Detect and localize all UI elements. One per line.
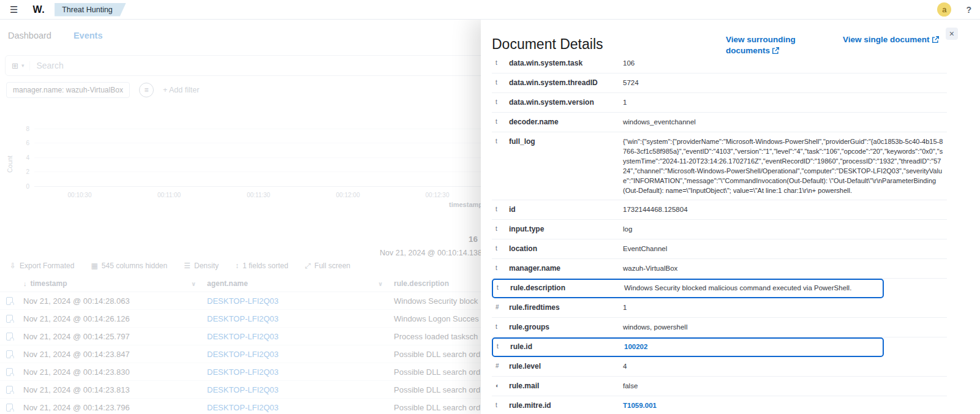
y-tick: 2 <box>18 168 29 175</box>
field-type-icon: t <box>496 244 509 254</box>
field-type-icon: ◐ <box>496 381 509 391</box>
sort-fields-button[interactable]: ↕ 1 fields sorted <box>235 262 288 270</box>
cell-expand <box>0 315 18 323</box>
document-field-row: # rule.level 4 <box>492 357 947 377</box>
cell-timestamp: Nov 21, 2024 @ 00:14:23.830 <box>18 367 202 377</box>
cell-expand <box>0 350 18 358</box>
cell-agent-link[interactable]: DESKTOP-LFI2Q03 <box>202 385 389 394</box>
expand-document-icon[interactable] <box>6 368 13 376</box>
sorted-label: 1 fields sorted <box>243 262 288 270</box>
module-tabs: Dashboard Events <box>8 31 103 40</box>
cell-agent-link[interactable]: DESKTOP-LFI2Q03 <box>202 314 389 323</box>
field-type-icon: t <box>496 117 509 127</box>
document-field-row: t manager.name wazuh-VirtualBox <box>492 259 947 279</box>
field-type-icon: # <box>496 303 509 312</box>
col-label-rule-description: rule.description <box>394 279 449 288</box>
expand-document-icon[interactable] <box>6 350 13 358</box>
add-filter-button[interactable]: + Add filter <box>163 86 199 94</box>
breadcrumb[interactable]: Threat Hunting <box>55 3 126 17</box>
hits-count: 16 <box>469 235 478 244</box>
external-link-icon <box>772 47 779 54</box>
field-value: 1 <box>623 97 943 108</box>
help-icon[interactable]: ? <box>966 5 971 15</box>
document-field-row: t id 1732144468.125804 <box>492 200 947 220</box>
density-icon: ☰ <box>184 262 190 270</box>
col-header-agent-name[interactable]: agent.name ∨ <box>202 279 389 288</box>
chevron-down-icon[interactable]: ∨ <box>378 280 383 287</box>
expand-document-icon[interactable] <box>6 404 13 412</box>
field-type-icon: t <box>496 205 509 214</box>
col-header-timestamp[interactable]: ↓ timestamp ∨ <box>18 279 202 288</box>
export-label: Export Formated <box>20 262 74 270</box>
chevron-down-icon[interactable]: ∨ <box>191 280 196 287</box>
cell-agent-link[interactable]: DESKTOP-LFI2Q03 <box>202 350 389 359</box>
export-button[interactable]: ⇩ Export Formated <box>10 262 74 270</box>
cell-timestamp: Nov 21, 2024 @ 00:14:26.126 <box>18 314 202 323</box>
expand-document-icon[interactable] <box>6 297 13 305</box>
cell-agent-link[interactable]: DESKTOP-LFI2Q03 <box>202 296 389 306</box>
top-navbar: ☰ W. Threat Hunting a ? <box>0 0 980 20</box>
view-surrounding-documents-label: View surrounding documents <box>726 35 796 55</box>
cell-timestamp: Nov 21, 2024 @ 00:14:23.813 <box>18 385 202 394</box>
fullscreen-label: Full screen <box>314 262 350 270</box>
col-label-agent-name: agent.name <box>207 279 248 288</box>
field-type-icon: t <box>497 342 510 352</box>
document-field-row: t decoder.name windows_eventchannel <box>492 113 947 132</box>
field-value: log <box>623 224 943 235</box>
close-icon[interactable]: × <box>946 28 958 40</box>
document-field-row: t input.type log <box>492 220 947 239</box>
density-label: Density <box>194 262 219 270</box>
cell-expand <box>0 386 18 394</box>
cell-expand <box>0 404 18 412</box>
expand-document-icon[interactable] <box>6 386 13 394</box>
field-type-icon: t <box>496 78 509 88</box>
menu-icon[interactable]: ☰ <box>6 4 21 15</box>
field-value: EventChannel <box>623 244 943 254</box>
field-value[interactable]: 100202 <box>624 342 879 352</box>
cell-timestamp: Nov 21, 2024 @ 00:14:23.847 <box>18 350 202 359</box>
cell-agent-link[interactable]: DESKTOP-LFI2Q03 <box>202 367 389 377</box>
y-axis-title: Count <box>6 156 13 173</box>
fullscreen-icon: ⤢ <box>305 262 311 270</box>
document-field-row: t rule.groups windows, powershell <box>492 318 947 337</box>
field-name: input.type <box>509 224 623 234</box>
expand-document-icon[interactable] <box>6 315 13 323</box>
expand-document-icon[interactable] <box>6 333 13 341</box>
app-logo[interactable]: W. <box>32 4 45 15</box>
field-name: data.win.system.version <box>509 97 623 107</box>
field-type-icon: # <box>496 361 509 371</box>
field-type-icon: t <box>496 401 509 410</box>
field-name: data.win.system.threadID <box>509 78 623 88</box>
document-field-row: t rule.mitre.id T1059.001 <box>492 396 947 414</box>
chevron-down-icon: ▾ <box>21 62 24 69</box>
document-field-row: t rule.description Windows Security bloc… <box>492 279 884 298</box>
document-field-row: # rule.firedtimes 1 <box>492 298 947 318</box>
tab-dashboard[interactable]: Dashboard <box>8 31 51 40</box>
field-type-icon: t <box>496 58 509 68</box>
density-button[interactable]: ☰ Density <box>184 262 219 270</box>
view-surrounding-documents-link[interactable]: View surrounding documents <box>726 34 804 56</box>
filter-menu-button[interactable]: ≡ <box>139 83 154 97</box>
cell-agent-link[interactable]: DESKTOP-LFI2Q03 <box>202 332 389 341</box>
avatar[interactable]: a <box>937 2 951 17</box>
fullscreen-button[interactable]: ⤢ Full screen <box>305 262 350 270</box>
view-single-document-link[interactable]: View single document <box>843 34 939 45</box>
cell-agent-link[interactable]: DESKTOP-LFI2Q03 <box>202 403 389 412</box>
field-value[interactable]: T1059.001 <box>623 401 943 411</box>
x-tick: 00:10:30 <box>68 192 92 198</box>
filter-pill[interactable]: manager.name: wazuh-VirtualBox <box>6 82 130 98</box>
view-single-document-label: View single document <box>843 35 930 44</box>
field-name: decoder.name <box>509 117 623 127</box>
external-link-icon <box>932 36 939 43</box>
query-language-button[interactable]: ⊞ ▾ <box>12 61 30 70</box>
x-axis-title: timestamp <box>449 201 483 208</box>
cell-timestamp: Nov 21, 2024 @ 00:14:28.063 <box>18 296 202 306</box>
document-field-row: t location EventChannel <box>492 239 947 259</box>
x-tick: 00:12:00 <box>336 192 360 198</box>
field-name: rule.mitre.id <box>509 401 623 410</box>
columns-button[interactable]: ▦ 545 columns hidden <box>91 262 167 270</box>
tab-events[interactable]: Events <box>74 31 103 40</box>
cell-expand <box>0 297 18 305</box>
flyout-title: Document Details <box>492 36 603 53</box>
field-value: false <box>623 381 943 391</box>
